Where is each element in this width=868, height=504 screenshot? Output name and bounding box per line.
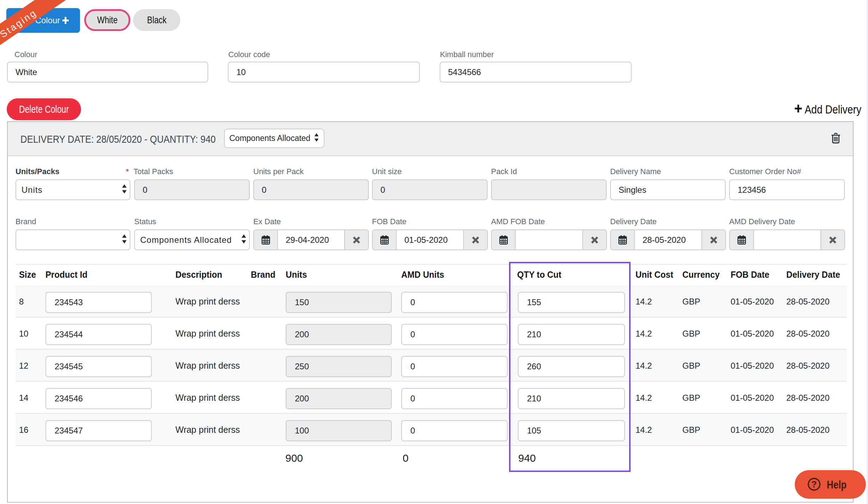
svg-text:?: ? <box>811 479 817 489</box>
